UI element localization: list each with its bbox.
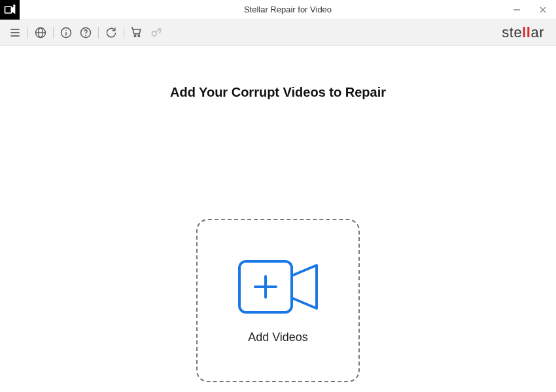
svg-point-18 xyxy=(152,31,156,36)
menu-button[interactable] xyxy=(5,23,25,42)
svg-rect-0 xyxy=(5,7,12,13)
svg-point-17 xyxy=(138,35,140,37)
language-button[interactable] xyxy=(31,23,50,42)
svg-point-13 xyxy=(65,29,67,31)
main-content: Add Your Corrupt Videos to Repair Add Vi… xyxy=(0,85,556,392)
separator xyxy=(53,27,54,39)
activate-button[interactable] xyxy=(147,23,166,42)
toolbar: stellar xyxy=(0,20,556,46)
svg-point-16 xyxy=(134,35,136,37)
cart-button[interactable] xyxy=(127,23,147,42)
help-button[interactable] xyxy=(76,23,96,42)
close-button[interactable] xyxy=(530,0,556,20)
brand-logo: stellar xyxy=(502,24,551,41)
window-controls xyxy=(504,0,556,20)
add-video-camera-icon xyxy=(235,257,321,319)
minimize-button[interactable] xyxy=(504,0,530,20)
separator xyxy=(124,27,124,39)
logo-text-mid: ll xyxy=(522,24,530,41)
window-title: Stellar Repair for Video xyxy=(20,5,556,14)
separator xyxy=(98,27,99,39)
refresh-button[interactable] xyxy=(101,23,121,42)
svg-point-1 xyxy=(13,4,15,6)
add-videos-dropzone[interactable]: Add Videos xyxy=(196,219,360,382)
page-heading: Add Your Corrupt Videos to Repair xyxy=(0,85,556,100)
app-icon xyxy=(0,0,20,20)
logo-text-suffix: ar xyxy=(530,24,544,41)
svg-marker-20 xyxy=(292,265,317,308)
info-button[interactable] xyxy=(56,23,76,42)
separator xyxy=(27,27,28,39)
logo-text-prefix: ste xyxy=(502,24,522,41)
titlebar: Stellar Repair for Video xyxy=(0,0,556,20)
dropzone-label: Add Videos xyxy=(248,331,308,344)
svg-point-15 xyxy=(85,35,86,36)
